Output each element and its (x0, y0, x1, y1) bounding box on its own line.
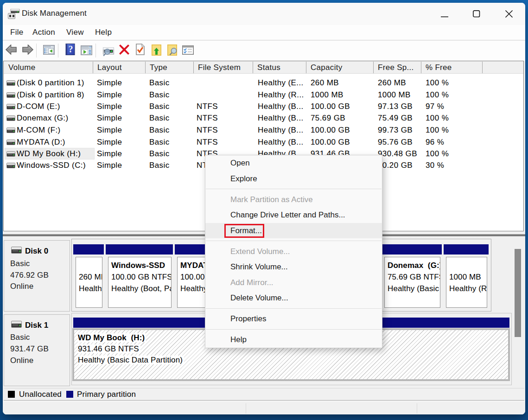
svg-text:?: ? (69, 44, 73, 54)
